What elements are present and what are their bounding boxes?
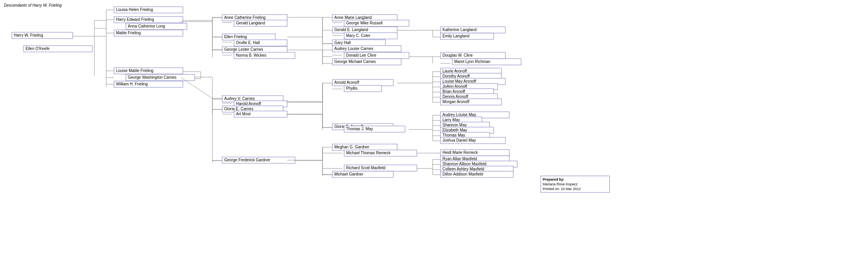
node-joshua-dm-label: Joshua Daniel May (442, 138, 476, 142)
node-meghan-g-label: Meghan G. Gardner (334, 145, 370, 149)
node-morgan-a-label: Morgan Aronoff (442, 100, 469, 104)
node-brian-a-label: Brian Aronoff (442, 89, 465, 94)
node-george-fg-label: George Frederick Gardner (224, 158, 271, 162)
node-thomas-jm-label: Thomas J. May (346, 127, 373, 131)
node-ryan-am-label: Ryan Allan Maxfield (442, 157, 477, 161)
svg-line-103 (181, 78, 212, 98)
node-anne-marie-label: Anne Marie Langland (334, 15, 372, 20)
node-george-mr-label: George Mike Russell (346, 21, 383, 25)
node-ellen-f-label: Ellen Frieling (224, 35, 247, 39)
node-laurie-a-label: Laurie Aronoff (442, 69, 467, 73)
node-anna-c-label: Anna Catherine Long (128, 24, 165, 28)
node-spouse-root-label: Ellen O'Keefe (26, 46, 50, 51)
node-louisa-label: Louisa Helen Frieling (116, 7, 153, 12)
node-george-mc-label: George Michael Carnes (334, 59, 376, 64)
node-emily-l-label: Emily Langland (442, 34, 469, 38)
node-dennis-a-label: Dennis Aronoff (442, 94, 468, 99)
prepared-printed: Printed on: 10 Mar 2012 (543, 187, 581, 191)
node-art-most-label: Art Most (236, 112, 251, 116)
node-william-h-label: William H. Frieling (116, 82, 148, 86)
node-shannon-m-label: Shannon May (442, 123, 467, 127)
node-george-w-label: George Washington Carnes (128, 75, 177, 79)
node-larry-m-label: Larry May (442, 118, 460, 122)
node-elizabeth-m-label: Elizabeth May (442, 128, 467, 132)
node-michael-tr-label: Michael Thomas Remeck (346, 151, 391, 155)
node-gloria-e-label: Gloria E. Carnes (224, 107, 253, 111)
node-harold-a-label: Harold Aronoff (236, 102, 261, 106)
node-george-lc-label: George Lester Carnes (224, 47, 263, 52)
node-michael-g-label: Michael Gardner (334, 172, 364, 176)
node-mable-label: Mable Frieling (116, 31, 141, 35)
node-gerald-e-label: Gerald E. Langland (334, 28, 368, 32)
node-mary-c-label: Mary C. Coler (346, 33, 370, 38)
node-gerald-lang-label: Gerald Langland (236, 21, 265, 25)
node-phyllis-label: Phyllis (346, 86, 358, 91)
tree-container: Descendants of Harry W. Frieling (0, 0, 868, 268)
node-shannon-am-label: Shannon Allison Maxfield (442, 162, 487, 166)
node-louise-m-label: Louise Mable Frieling (116, 68, 153, 73)
node-richard-sm-label: Richard Scott Maxfield (346, 166, 385, 170)
node-colleen-am-label: Colleen Ashley Maxfield (442, 167, 484, 171)
node-louise-ma-label: Louise May Aronoff (442, 79, 476, 83)
node-maret-lr-label: Maret Lynn Richman (454, 59, 490, 64)
node-audrey-v-label: Audrey V. Carnes (224, 96, 255, 101)
node-root-label: Harry W. Frieling (14, 33, 43, 37)
prepared-label: Prepared by: (543, 177, 564, 181)
node-douglas-c-label: Douglas W. Cline (442, 53, 473, 57)
tree-svg: Harry W. Frieling Ellen O'Keefe Louisa H… (0, 0, 868, 268)
node-audrey-lc-label: Audrey Louise Carnes (334, 46, 373, 51)
node-audrey-lm-label: Audrey Louise May (442, 113, 476, 117)
node-harry-e-label: Harry Edward Frieling (116, 17, 154, 22)
node-orville-label: Orville E. Hall (236, 41, 260, 45)
node-anne-cath-label: Anne Catherine Frieling (224, 15, 265, 20)
node-norma-label: Norma B. Wickes (236, 53, 266, 57)
node-donald-lc-label: Donald Lee Cline (346, 53, 376, 57)
node-heidi-mr-label: Heidi Marie Remeck (442, 150, 478, 155)
node-dillon-am-label: Dillon Addison Maxfield (442, 172, 483, 176)
node-dorothy-a-label: Dorothy Aronoff (442, 74, 470, 78)
node-arnold-a-label: Arnold Aronoff (334, 80, 359, 85)
node-katherine-l-label: Katherine Langland (442, 28, 477, 32)
node-joann-a-label: JoAnn Aronoff (442, 84, 467, 89)
prepared-name: Mariana Rose Kopacz (543, 182, 578, 186)
node-gary-hall-label: Gary Hall (334, 41, 351, 45)
node-thomas-m-label: Thomas May (442, 133, 465, 137)
